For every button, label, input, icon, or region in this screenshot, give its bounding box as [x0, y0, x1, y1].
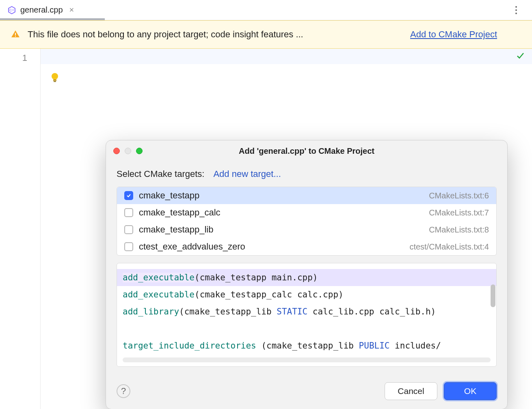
- editor-body[interactable]: Add 'general.cpp' to CMake Project Selec…: [41, 49, 532, 409]
- svg-rect-4: [53, 80, 56, 81]
- svg-rect-5: [54, 81, 56, 82]
- target-item[interactable]: cmake_testapp CMakeLists.txt:6: [117, 187, 496, 204]
- file-tab[interactable]: C+ general.cpp ×: [0, 0, 81, 20]
- close-window-icon[interactable]: [113, 148, 120, 154]
- checkbox[interactable]: [124, 191, 133, 200]
- current-line-highlight: [41, 49, 532, 64]
- code-line: add_executable(cmake_testapp_calc calc.c…: [117, 286, 496, 303]
- add-to-cmake-dialog: Add 'general.cpp' to CMake Project Selec…: [106, 140, 508, 409]
- select-targets-label: Select CMake targets:: [117, 169, 204, 179]
- help-button[interactable]: ?: [117, 384, 130, 398]
- target-name: cmake_testapp_calc: [139, 207, 221, 218]
- scrollbar-vertical[interactable]: [491, 284, 495, 307]
- tab-bar: C+ general.cpp ×: [0, 0, 532, 20]
- cmake-preview: add_executable(cmake_testapp main.cpp) a…: [117, 263, 497, 367]
- code-line: add_library(cmake_testapp_lib STATIC cal…: [117, 303, 496, 320]
- add-new-target-link[interactable]: Add new target...: [213, 169, 281, 179]
- warning-banner: This file does not belong to any project…: [0, 20, 532, 49]
- svg-text:C+: C+: [9, 8, 14, 12]
- code-line: add_executable(cmake_testapp main.cpp): [117, 269, 496, 286]
- target-path: CMakeLists.txt:7: [429, 208, 489, 217]
- target-name: cmake_testapp_lib: [139, 224, 213, 235]
- ok-button[interactable]: OK: [444, 382, 497, 400]
- svg-rect-1: [15, 33, 16, 35]
- window-controls: [113, 148, 143, 154]
- target-item[interactable]: ctest_exe_addvalues_zero ctest/CMakeList…: [117, 238, 496, 255]
- target-path: CMakeLists.txt:6: [429, 191, 489, 200]
- svg-rect-2: [15, 36, 16, 37]
- target-path: CMakeLists.txt:8: [429, 225, 489, 235]
- svg-point-3: [52, 73, 58, 80]
- warning-icon: [11, 29, 20, 40]
- checkbox[interactable]: [124, 242, 133, 251]
- target-item[interactable]: cmake_testapp_lib CMakeLists.txt:8: [117, 221, 496, 238]
- scrollbar-horizontal[interactable]: [123, 357, 491, 362]
- add-to-cmake-link[interactable]: Add to CMake Project: [410, 29, 497, 40]
- checkbox[interactable]: [124, 225, 133, 234]
- cancel-button[interactable]: Cancel: [385, 382, 437, 400]
- banner-text: This file does not belong to any project…: [28, 29, 403, 40]
- lightbulb-icon[interactable]: [50, 72, 59, 84]
- target-name: cmake_testapp: [139, 190, 199, 201]
- check-icon[interactable]: [516, 51, 525, 61]
- dialog-title: Add 'general.cpp' to CMake Project: [113, 146, 500, 156]
- kebab-menu-icon[interactable]: [512, 6, 521, 15]
- checkbox[interactable]: [124, 208, 133, 217]
- code-line: target_include_directories (cmake_testap…: [117, 337, 496, 354]
- editor: 1 Add 'general.cpp' to CMake: [0, 49, 532, 409]
- zoom-window-icon[interactable]: [136, 148, 143, 154]
- target-name: ctest_exe_addvalues_zero: [139, 241, 245, 252]
- cpp-file-icon: C+: [7, 6, 16, 15]
- gutter: 1: [0, 49, 41, 409]
- target-path: ctest/CMakeLists.txt:4: [409, 242, 489, 252]
- tab-active-indicator: [0, 18, 105, 20]
- line-number: 1: [0, 51, 40, 65]
- code-line: [117, 320, 496, 337]
- close-icon[interactable]: ×: [69, 5, 74, 15]
- target-item[interactable]: cmake_testapp_calc CMakeLists.txt:7: [117, 204, 496, 221]
- minimize-window-icon[interactable]: [125, 148, 131, 154]
- target-list: cmake_testapp CMakeLists.txt:6 cmake_tes…: [117, 187, 497, 256]
- tab-label: general.cpp: [20, 5, 63, 15]
- dialog-titlebar[interactable]: Add 'general.cpp' to CMake Project: [106, 140, 507, 161]
